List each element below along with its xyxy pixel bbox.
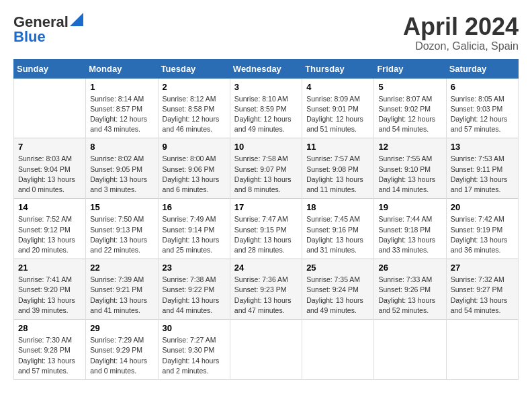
day-info: Sunrise: 7:47 AMSunset: 9:15 PMDaylight:… [234,214,298,255]
day-number: 13 [451,142,515,152]
calendar-cell [446,320,518,380]
calendar-cell [302,320,374,380]
day-number: 10 [234,142,298,152]
calendar-cell: 15 Sunrise: 7:50 AMSunset: 9:13 PMDaylig… [86,199,158,259]
location-title: Dozon, Galicia, Spain [403,40,519,52]
calendar-cell: 27 Sunrise: 7:32 AMSunset: 9:27 PMDaylig… [446,259,518,320]
day-number: 29 [90,323,154,333]
col-header-wednesday: Wednesday [230,59,302,78]
calendar-cell: 16 Sunrise: 7:49 AMSunset: 9:14 PMDaylig… [158,199,230,259]
calendar-cell: 26 Sunrise: 7:33 AMSunset: 9:26 PMDaylig… [374,259,446,320]
title-area: April 2024 Dozon, Galicia, Spain [403,13,519,52]
day-info: Sunrise: 7:50 AMSunset: 9:13 PMDaylight:… [90,214,154,255]
col-header-monday: Monday [86,59,158,78]
calendar-cell: 22 Sunrise: 7:39 AMSunset: 9:21 PMDaylig… [86,259,158,320]
day-number: 26 [378,263,442,273]
day-info: Sunrise: 7:30 AMSunset: 9:28 PMDaylight:… [18,335,82,376]
calendar-cell: 30 Sunrise: 7:27 AMSunset: 9:30 PMDaylig… [158,320,230,380]
day-number: 17 [234,202,298,212]
day-info: Sunrise: 7:53 AMSunset: 9:11 PMDaylight:… [451,154,515,195]
calendar-cell: 19 Sunrise: 7:44 AMSunset: 9:18 PMDaylig… [374,199,446,259]
day-info: Sunrise: 7:41 AMSunset: 9:20 PMDaylight:… [18,275,82,316]
day-number: 27 [451,263,515,273]
calendar-cell: 24 Sunrise: 7:36 AMSunset: 9:23 PMDaylig… [230,259,302,320]
day-number: 5 [378,82,442,92]
calendar-cell: 1 Sunrise: 8:14 AMSunset: 8:57 PMDayligh… [86,78,158,138]
day-number: 8 [90,142,154,152]
day-info: Sunrise: 7:38 AMSunset: 9:22 PMDaylight:… [163,275,226,316]
calendar-cell: 5 Sunrise: 8:07 AMSunset: 9:02 PMDayligh… [374,78,446,138]
day-info: Sunrise: 7:27 AMSunset: 9:30 PMDaylight:… [163,335,226,376]
day-number: 20 [451,202,515,212]
day-info: Sunrise: 8:00 AMSunset: 9:06 PMDaylight:… [163,154,226,195]
calendar-cell [230,320,302,380]
day-number: 14 [18,202,82,212]
week-row-5: 28 Sunrise: 7:30 AMSunset: 9:28 PMDaylig… [14,320,519,380]
day-info: Sunrise: 7:57 AMSunset: 9:08 PMDaylight:… [306,154,370,195]
calendar-cell: 28 Sunrise: 7:30 AMSunset: 9:28 PMDaylig… [14,320,86,380]
calendar-cell: 7 Sunrise: 8:03 AMSunset: 9:04 PMDayligh… [14,138,86,199]
col-header-thursday: Thursday [302,59,374,78]
day-info: Sunrise: 7:49 AMSunset: 9:14 PMDaylight:… [163,214,226,255]
logo-blue-text: Blue [13,28,46,46]
calendar-body: 1 Sunrise: 8:14 AMSunset: 8:57 PMDayligh… [14,78,519,379]
day-info: Sunrise: 7:33 AMSunset: 9:26 PMDaylight:… [378,275,442,316]
day-number: 28 [18,323,82,333]
day-info: Sunrise: 8:10 AMSunset: 8:59 PMDaylight:… [234,94,298,135]
day-info: Sunrise: 8:14 AMSunset: 8:57 PMDaylight:… [90,94,154,135]
logo: General Blue [13,13,83,46]
day-info: Sunrise: 8:03 AMSunset: 9:04 PMDaylight:… [18,154,82,195]
month-title: April 2024 [403,13,519,40]
col-header-friday: Friday [374,59,446,78]
week-row-3: 14 Sunrise: 7:52 AMSunset: 9:12 PMDaylig… [14,199,519,259]
day-number: 3 [234,82,298,92]
calendar-cell [14,78,86,138]
day-number: 1 [90,82,154,92]
day-number: 19 [378,202,442,212]
calendar-cell: 9 Sunrise: 8:00 AMSunset: 9:06 PMDayligh… [158,138,230,199]
day-info: Sunrise: 8:07 AMSunset: 9:02 PMDaylight:… [378,94,442,135]
day-info: Sunrise: 7:32 AMSunset: 9:27 PMDaylight:… [451,275,515,316]
day-info: Sunrise: 8:12 AMSunset: 8:58 PMDaylight:… [163,94,226,135]
calendar-cell [374,320,446,380]
calendar-table: SundayMondayTuesdayWednesdayThursdayFrid… [13,59,519,380]
day-info: Sunrise: 7:42 AMSunset: 9:19 PMDaylight:… [451,214,515,255]
col-header-tuesday: Tuesday [158,59,230,78]
day-number: 23 [163,263,226,273]
calendar-cell: 3 Sunrise: 8:10 AMSunset: 8:59 PMDayligh… [230,78,302,138]
day-number: 4 [306,82,370,92]
col-header-sunday: Sunday [14,59,86,78]
day-info: Sunrise: 8:02 AMSunset: 9:05 PMDaylight:… [90,154,154,195]
day-number: 30 [163,323,226,333]
day-number: 9 [163,142,226,152]
day-number: 25 [306,263,370,273]
calendar-cell: 4 Sunrise: 8:09 AMSunset: 9:01 PMDayligh… [302,78,374,138]
calendar-cell: 11 Sunrise: 7:57 AMSunset: 9:08 PMDaylig… [302,138,374,199]
day-number: 6 [451,82,515,92]
day-number: 15 [90,202,154,212]
day-info: Sunrise: 8:09 AMSunset: 9:01 PMDaylight:… [306,94,370,135]
day-info: Sunrise: 7:36 AMSunset: 9:23 PMDaylight:… [234,275,298,316]
week-row-2: 7 Sunrise: 8:03 AMSunset: 9:04 PMDayligh… [14,138,519,199]
calendar-cell: 12 Sunrise: 7:55 AMSunset: 9:10 PMDaylig… [374,138,446,199]
day-info: Sunrise: 7:39 AMSunset: 9:21 PMDaylight:… [90,275,154,316]
day-number: 24 [234,263,298,273]
day-info: Sunrise: 7:44 AMSunset: 9:18 PMDaylight:… [378,214,442,255]
calendar-cell: 29 Sunrise: 7:29 AMSunset: 9:29 PMDaylig… [86,320,158,380]
day-number: 21 [18,263,82,273]
calendar-cell: 23 Sunrise: 7:38 AMSunset: 9:22 PMDaylig… [158,259,230,320]
calendar-cell: 10 Sunrise: 7:58 AMSunset: 9:07 PMDaylig… [230,138,302,199]
calendar-cell: 2 Sunrise: 8:12 AMSunset: 8:58 PMDayligh… [158,78,230,138]
day-number: 18 [306,202,370,212]
day-number: 12 [378,142,442,152]
calendar-cell: 6 Sunrise: 8:05 AMSunset: 9:03 PMDayligh… [446,78,518,138]
day-number: 7 [18,142,82,152]
day-info: Sunrise: 7:29 AMSunset: 9:29 PMDaylight:… [90,335,154,376]
logo-icon [70,13,83,26]
calendar-cell: 17 Sunrise: 7:47 AMSunset: 9:15 PMDaylig… [230,199,302,259]
column-headers: SundayMondayTuesdayWednesdayThursdayFrid… [14,59,519,78]
calendar-cell: 20 Sunrise: 7:42 AMSunset: 9:19 PMDaylig… [446,199,518,259]
calendar-cell: 8 Sunrise: 8:02 AMSunset: 9:05 PMDayligh… [86,138,158,199]
day-number: 22 [90,263,154,273]
col-header-saturday: Saturday [446,59,518,78]
